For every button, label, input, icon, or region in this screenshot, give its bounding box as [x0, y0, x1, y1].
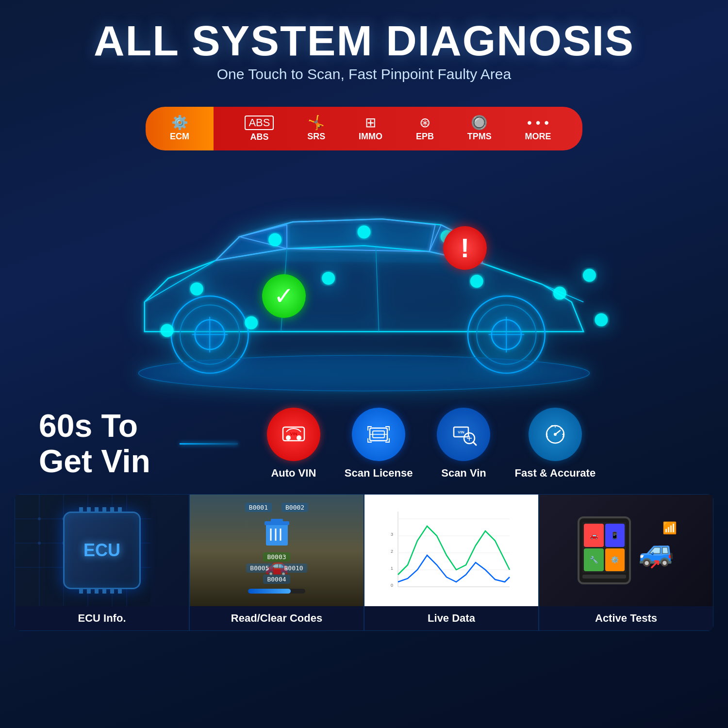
codes-card: 🚗 B0001 B0002	[189, 494, 364, 631]
svg-point-58	[38, 542, 41, 545]
tpms-item: 🔘 TPMS	[467, 116, 492, 142]
warning-badge: !	[443, 226, 487, 270]
code-tag-3: B0003	[263, 552, 290, 562]
codes-card-image: 🚗 B0001 B0002	[190, 495, 364, 606]
code-tag-10: B0010	[281, 563, 307, 573]
bottom-grid: ECU ECU Info. 🚗 B0001 B0002	[15, 494, 713, 631]
system-bar: ⚙️ ECM ABS ABS 🤸 SRS ⊞ IMMO ⊛ EPB 🔘	[146, 107, 582, 150]
scan-license-label: Scan License	[345, 467, 413, 480]
abs-item: ABS ABS	[245, 116, 274, 142]
main-title: ALL SYSTEM DIAGNOSIS	[10, 19, 718, 62]
svg-text:VIN: VIN	[290, 431, 297, 436]
car-section: ✓ !	[0, 170, 728, 422]
codes-bg: 🚗 B0001 B0002	[190, 495, 364, 606]
scan-vin-label: Scan Vin	[441, 467, 486, 480]
ecm-label: ECM	[170, 132, 189, 142]
app-icon-3: 🔧	[584, 548, 604, 572]
code-tag-4: B0004	[263, 575, 290, 584]
fast-accurate-label: Fast & Accurate	[514, 467, 596, 480]
codes-card-label: Read/Clear Codes	[225, 606, 328, 630]
active-bg: 🚗 📱 🔧 ⚙️ 📶 🚙 ↗	[539, 495, 713, 606]
arrow-icon: ↗	[649, 556, 660, 572]
srs-label: SRS	[307, 132, 325, 142]
app-icon-2: 📱	[605, 524, 625, 547]
ecu-card-image: ECU	[15, 495, 189, 606]
active-card: 🚗 📱 🔧 ⚙️ 📶 🚙 ↗ Active Tests	[539, 494, 713, 631]
tpms-icon: 🔘	[471, 116, 488, 130]
auto-vin-label: Auto VIN	[271, 467, 316, 480]
epb-icon: ⊛	[419, 116, 430, 130]
code-tag-5: B0005	[246, 563, 273, 573]
progress-bar	[248, 589, 305, 594]
header-section: ALL SYSTEM DIAGNOSIS One Touch to Scan, …	[0, 0, 728, 92]
ecm-item: ⚙️ ECM	[146, 107, 214, 150]
svg-text:0: 0	[391, 583, 393, 588]
immo-item: ⊞ IMMO	[359, 116, 382, 142]
immo-label: IMMO	[359, 132, 382, 142]
more-label: MORE	[525, 132, 551, 142]
srs-icon: 🤸	[308, 116, 325, 130]
live-card-image: 0 1 2 3	[364, 495, 538, 606]
svg-point-22	[470, 275, 483, 288]
svg-text:VIN: VIN	[458, 430, 465, 434]
svg-point-24	[595, 313, 608, 326]
svg-point-25	[583, 269, 596, 282]
ecu-bg: ECU	[15, 495, 189, 606]
active-card-label: Active Tests	[589, 606, 663, 630]
code-tag-1: B0001	[245, 503, 272, 512]
ecu-card: ECU ECU Info.	[15, 494, 189, 631]
more-icon: • • •	[527, 116, 549, 130]
subtitle: One Touch to Scan, Fast Pinpoint Faulty …	[10, 66, 718, 83]
svg-text:2: 2	[391, 549, 393, 554]
svg-point-14	[139, 355, 590, 391]
ecm-icon: ⚙️	[171, 116, 188, 130]
tablet-bottom-bar	[582, 575, 626, 579]
epb-item: ⊛ EPB	[416, 116, 434, 142]
ecu-chip: ECU	[63, 512, 141, 589]
car-container: ✓ !	[97, 180, 631, 413]
abs-icon: ABS	[245, 116, 274, 130]
ecu-card-label: ECU Info.	[72, 606, 132, 630]
svg-point-17	[245, 316, 258, 330]
immo-icon: ⊞	[365, 116, 376, 130]
svg-rect-66	[271, 519, 283, 523]
live-data-chart: 0 1 2 3	[388, 502, 514, 599]
app-icon-4: ⚙️	[605, 548, 625, 572]
app-icon-1: 🚗	[584, 524, 604, 547]
chart-bg: 0 1 2 3	[364, 495, 538, 606]
tablet-device: 🚗 📱 🔧 ⚙️	[578, 516, 631, 584]
svg-point-15	[161, 324, 174, 337]
vin-title-line2: Get Vin	[39, 444, 150, 479]
live-card: 0 1 2 3 Live Data	[364, 494, 539, 631]
svg-text:3: 3	[391, 532, 393, 537]
svg-line-36	[473, 442, 476, 445]
more-item: • • • MORE	[525, 116, 551, 142]
svg-point-54	[38, 517, 41, 520]
svg-rect-67	[388, 502, 514, 599]
ecu-chip-text: ECU	[83, 540, 120, 561]
check-badge: ✓	[262, 274, 306, 318]
svg-rect-61	[266, 524, 288, 546]
svg-point-23	[553, 286, 566, 299]
connector-line	[180, 443, 238, 445]
tablet-screen: 🚗 📱 🔧 ⚙️	[582, 522, 626, 573]
tpms-label: TPMS	[467, 132, 492, 142]
active-card-image: 🚗 📱 🔧 ⚙️ 📶 🚙 ↗	[539, 495, 713, 606]
svg-point-18	[268, 233, 281, 246]
svg-point-41	[554, 433, 557, 436]
epb-label: EPB	[416, 132, 434, 142]
car-illustration	[97, 180, 631, 413]
srs-item: 🤸 SRS	[307, 116, 325, 142]
abs-label: ABS	[250, 132, 268, 142]
code-tag-2: B0002	[281, 503, 308, 512]
svg-point-16	[190, 282, 203, 296]
svg-point-19	[358, 226, 371, 239]
progress-bar-fill	[248, 589, 291, 594]
system-bar-red: ABS ABS 🤸 SRS ⊞ IMMO ⊛ EPB 🔘 TPMS • • •	[214, 107, 582, 150]
wifi-icon: 📶	[662, 521, 677, 535]
live-card-label: Live Data	[422, 606, 481, 630]
svg-text:1: 1	[391, 566, 393, 571]
svg-point-20	[322, 272, 335, 285]
